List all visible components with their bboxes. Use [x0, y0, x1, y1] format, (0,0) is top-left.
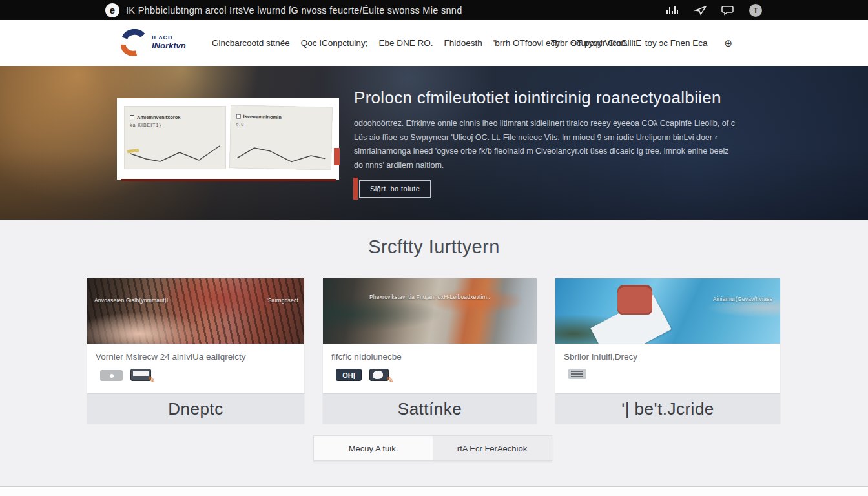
card-3-image: Ainiamur(Gevav/Irviass	[555, 278, 780, 344]
nav-right-item-1[interactable]: Tybr OT powir Cion.	[551, 38, 628, 48]
mini-chart-line	[232, 138, 329, 167]
tab-2[interactable]: rtA Ecr FerAechiok	[433, 436, 552, 460]
card-1-overlay-left: Anvoaseien Gislb(ynmmaut)I	[94, 297, 168, 304]
chat-icon[interactable]	[721, 5, 735, 16]
hero-section: Amiemnvenitxorok ka KIBEIT1} Isvenemnino…	[0, 66, 868, 220]
search-icon[interactable]: ⊕	[724, 37, 732, 49]
send-icon[interactable]	[694, 5, 707, 16]
badge-icon[interactable]: T	[749, 4, 762, 17]
card-1-footer-link[interactable]: Dneptc	[87, 393, 304, 423]
card-2-body: flfcfIc nIdolunecbe OH|	[323, 344, 537, 393]
hero-title: Prolocn cfmileutotiet iointircinig roane…	[354, 88, 721, 108]
site-header: II ΛCD INorktvn Gincbarcootd sttnée Qoc …	[0, 20, 868, 66]
secondary-nav: Tybr OT powir Cion. toy ɔc Fnen Eca ⊕	[551, 20, 732, 66]
checkbox-glyph	[130, 115, 134, 119]
hero-cta-button[interactable]: Siğrt..bo tolute	[359, 180, 431, 198]
card-2[interactable]: Phexrovikstavntia Fnu,anr dxH-Leiboadxev…	[323, 278, 537, 423]
topbar-logo-icon[interactable]: e	[105, 3, 119, 17]
hero-line-1: odoohoörtrez. Efrkinve onnie cinnis lheo…	[354, 117, 735, 131]
card-2-overlay: Phexrovikstavntia Fnu,anr dxH-Leiboadxev…	[323, 294, 537, 300]
card-3-title: Sbrllor InIulfi,Drecy	[564, 352, 772, 362]
printer-icon[interactable]	[568, 369, 586, 379]
nav-item-5[interactable]: 'brrh OTfoovl ech	[493, 38, 560, 48]
hero-line-4: do nnns' ardilern naitlom.	[354, 159, 735, 173]
camera-icon[interactable]	[100, 370, 123, 381]
company-logo[interactable]: II ΛCD INorktvn	[118, 29, 186, 56]
nav-item-3[interactable]: Ebe DNE RO.	[378, 38, 433, 48]
card-3-body: Sbrllor InIulfi,Drecy	[555, 344, 780, 393]
hero-product-card[interactable]: Amiemnvenitxorok ka KIBEIT1} Isvenemnino…	[117, 98, 339, 180]
card-1-image: Anvoaseien Gislb(ynmmaut)I 'Siurngdsect	[87, 278, 304, 344]
topbar-brand-text: IK Phbbiclubtngm arcol IrtsVe lwurnd ſG …	[126, 5, 462, 16]
product1-sublabel: ka KIBEIT1}	[130, 123, 161, 127]
card-3-overlay: Ainiamur(Gevav/Irviass	[713, 296, 772, 302]
oh-button[interactable]: OH|	[336, 369, 362, 381]
card-1-icons	[100, 369, 296, 381]
product1-label: Amiemnvenitxorok	[137, 114, 181, 120]
tab-1[interactable]: Mecuy A tuik.	[314, 436, 433, 460]
card-2-title: flfcfIc nIdolunecbe	[331, 352, 528, 362]
bottom-tabs: Mecuy A tuik. rtA Ecr FerAechiok	[313, 435, 552, 461]
nav-right-item-2[interactable]: toy ɔc Fnen Eca	[645, 38, 708, 48]
card-1-body: Vornier Mslrecw 24 ainIvlUa ealIqreicty	[87, 344, 304, 393]
nav-item-4[interactable]: Fhidoesth	[444, 38, 482, 48]
card-2-footer-link[interactable]: Sattínke	[323, 393, 537, 423]
section-title: Srcftty Iurttyern	[0, 236, 868, 258]
mini-chart-line	[127, 140, 223, 167]
card-1[interactable]: Anvoaseien Gislb(ynmmaut)I 'Siurngdsect …	[87, 278, 304, 423]
product2-label: Isvenemninomin	[243, 114, 282, 120]
red-cylinder-shape	[617, 285, 652, 315]
hero-line-3: simriainamonga lneed 'ogvse orbe fk/b fi…	[354, 145, 735, 159]
card-1-title: Vornier Mslrecw 24 ainIvlUa ealIqreicty	[96, 352, 296, 362]
product2-sublabel: d.u	[236, 122, 244, 127]
edit-icon[interactable]	[130, 369, 151, 381]
product-image-2: Isvenemninomin d.u	[229, 105, 333, 170]
content-section: Srcftty Iurttyern Anvoaseien Gislb(ynmma…	[0, 220, 868, 486]
edit-icon[interactable]	[369, 369, 389, 381]
checkbox-glyph	[236, 114, 241, 119]
signal-icon[interactable]	[666, 5, 680, 16]
card-2-icons: OH|	[336, 369, 528, 381]
card-row: Anvoaseien Gislb(ynmmaut)I 'Siurngdsect …	[87, 278, 780, 423]
topbar: e IK Phbbiclubtngm arcol IrtsVe lwurnd ſ…	[0, 0, 868, 20]
topbar-icon-group: T	[666, 0, 762, 20]
nav-item-1[interactable]: Gincbarcootd sttnée	[212, 38, 290, 48]
product-image-1: Amiemnvenitxorok ka KIBEIT1}	[124, 106, 226, 169]
logo-c-icon	[118, 29, 148, 56]
logo-text: II ΛCD INorktvn	[152, 35, 186, 50]
card-2-image: Phexrovikstavntia Fnu,anr dxH-Leiboadxev…	[323, 278, 537, 344]
hero-paragraph: odoohoörtrez. Efrkinve onnie cinnis lheo…	[354, 117, 735, 172]
logo-line2: INorktvn	[152, 41, 186, 50]
badge-letter: T	[754, 6, 758, 14]
bottom-strip	[0, 486, 868, 496]
card-3-footer-link[interactable]: ʹ| be't.Jcride	[555, 393, 780, 423]
card-3-icons	[568, 369, 772, 379]
red-accent-bar	[353, 178, 358, 200]
topbar-logo-glyph: e	[110, 5, 115, 15]
nav-item-2[interactable]: Qoc IConpctuiny;	[301, 38, 368, 48]
card-1-overlay-right: 'Siurngdsect	[267, 297, 298, 304]
hero-line-2: Lüs aio ffioe so Swprynear 'Ulieoĵ OC. L…	[354, 131, 735, 145]
card-3[interactable]: Ainiamur(Gevav/Irviass Sbrllor InIulfi,D…	[555, 278, 780, 423]
hero-cta-row: Siğrt..bo tolute	[353, 178, 431, 200]
